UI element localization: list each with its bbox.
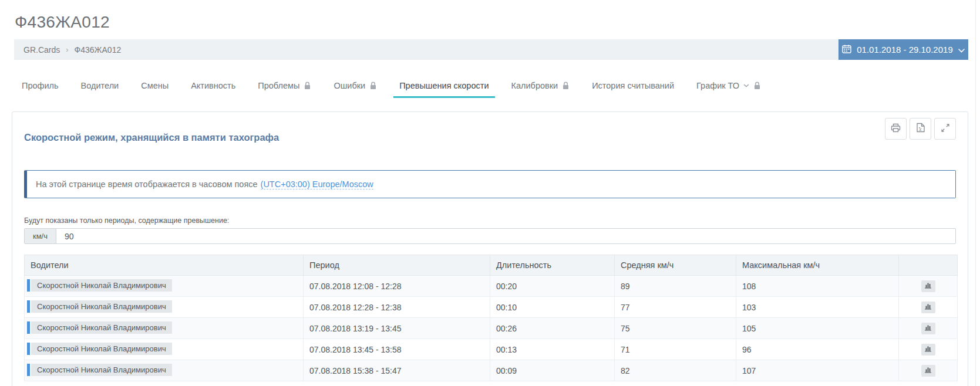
column-header: Водители bbox=[25, 255, 304, 276]
tab-label: График ТО bbox=[696, 81, 739, 90]
tab-activity[interactable]: Активность bbox=[185, 76, 241, 98]
tab-shifts[interactable]: Смены bbox=[135, 76, 174, 98]
driver-cell: Скоростной Николай Владимирович bbox=[25, 276, 304, 297]
table-header-row: ВодителиПериодДлительностьСредняя км/чМа… bbox=[25, 255, 958, 276]
tab-label: История считываний bbox=[592, 81, 674, 90]
period-cell: 07.08.2018 12:08 - 12:28 bbox=[304, 276, 490, 297]
bar-chart-icon bbox=[924, 324, 932, 333]
driver-color-bar bbox=[27, 343, 30, 355]
chart-button[interactable] bbox=[921, 344, 935, 355]
max-speed-cell: 107 bbox=[736, 360, 899, 381]
driver-cell: Скоростной Николай Владимирович bbox=[25, 339, 304, 360]
avg-speed-cell: 82 bbox=[615, 360, 736, 381]
date-range-button[interactable]: 01.01.2018 - 29.10.2019 bbox=[838, 39, 968, 60]
timezone-notice: На этой странице время отображается в ча… bbox=[24, 170, 956, 198]
avg-speed-cell: 75 bbox=[615, 318, 736, 339]
driver-cell: Скоростной Николай Владимирович bbox=[25, 318, 304, 339]
driver-color-bar bbox=[27, 300, 30, 313]
driver-color-bar bbox=[27, 321, 30, 334]
panel-title: Скоростной режим, хранящийся в памяти та… bbox=[24, 132, 279, 143]
period-cell: 07.08.2018 12:28 - 12:38 bbox=[304, 297, 490, 318]
driver-chip: Скоростной Николай Владимирович bbox=[27, 364, 172, 376]
bar-chart-icon bbox=[924, 366, 932, 375]
speed-report-panel: Скоростной режим, хранящийся в памяти та… bbox=[12, 111, 968, 386]
tab-label: Превышения скорости bbox=[399, 81, 489, 90]
duration-cell: 00:13 bbox=[490, 339, 615, 360]
tab-label: Смены bbox=[141, 81, 169, 90]
tab-read-history[interactable]: История считываний bbox=[586, 76, 680, 98]
print-button[interactable] bbox=[885, 118, 907, 140]
driver-name: Скоростной Николай Владимирович bbox=[31, 321, 172, 334]
tab-maintenance-schedule[interactable]: График ТО bbox=[691, 76, 767, 98]
threshold-unit-label: км/ч bbox=[25, 229, 56, 243]
calendar-icon bbox=[842, 45, 851, 55]
violations-table: ВодителиПериодДлительностьСредняя км/чМа… bbox=[24, 255, 958, 381]
max-speed-cell: 108 bbox=[736, 276, 899, 297]
column-header bbox=[899, 255, 958, 276]
tab-label: Ошибки bbox=[334, 81, 365, 90]
max-speed-cell: 103 bbox=[736, 297, 899, 318]
max-speed-cell: 96 bbox=[736, 339, 899, 360]
table-row: Скоростной Николай Владимирович07.08.201… bbox=[25, 360, 958, 381]
driver-chip: Скоростной Николай Владимирович bbox=[27, 300, 172, 313]
chart-cell bbox=[899, 360, 958, 381]
excel-export-button[interactable]: x bbox=[910, 118, 931, 140]
page-edge-divider bbox=[975, 0, 976, 386]
duration-cell: 00:09 bbox=[490, 360, 615, 381]
column-header: Средняя км/ч bbox=[615, 255, 736, 276]
breadcrumb-separator: › bbox=[66, 45, 68, 54]
threshold-filter-label: Будут показаны только периоды, содержащи… bbox=[24, 216, 956, 225]
table-body: Скоростной Николай Владимирович07.08.201… bbox=[25, 276, 958, 381]
chart-cell bbox=[899, 297, 958, 318]
expand-icon bbox=[941, 124, 949, 134]
driver-name: Скоростной Николай Владимирович bbox=[31, 364, 172, 376]
driver-name: Скоростной Николай Владимирович bbox=[31, 343, 172, 355]
bar-chart-icon bbox=[924, 303, 932, 311]
bar-chart-icon bbox=[924, 345, 932, 354]
driver-color-bar bbox=[27, 364, 30, 376]
duration-cell: 00:10 bbox=[490, 297, 615, 318]
print-icon bbox=[891, 123, 901, 135]
table-row: Скоростной Николай Владимирович07.08.201… bbox=[25, 339, 958, 360]
driver-chip: Скоростной Николай Владимирович bbox=[27, 279, 172, 292]
date-range-label: 01.01.2018 - 29.10.2019 bbox=[857, 45, 952, 55]
breadcrumb-row: GR.Cards › Ф436ЖА012 01.01.2018 - 29.10.… bbox=[14, 39, 968, 60]
avg-speed-cell: 89 bbox=[615, 276, 736, 297]
tab-errors[interactable]: Ошибки bbox=[328, 76, 383, 98]
timezone-link[interactable]: (UTC+03:00) Europe/Moscow bbox=[261, 180, 373, 189]
tab-label: Профиль bbox=[22, 81, 59, 90]
tab-label: Калибровки bbox=[511, 81, 558, 90]
lock-icon bbox=[369, 82, 377, 90]
page-title: Ф436ЖА012 bbox=[15, 13, 980, 32]
breadcrumb-item-current: Ф436ЖА012 bbox=[75, 45, 122, 55]
period-cell: 07.08.2018 13:19 - 13:45 bbox=[304, 318, 490, 339]
max-speed-cell: 105 bbox=[736, 318, 899, 339]
threshold-input[interactable] bbox=[56, 229, 955, 243]
chart-button[interactable] bbox=[921, 365, 935, 377]
driver-name: Скоростной Николай Владимирович bbox=[31, 279, 172, 292]
period-cell: 07.08.2018 15:38 - 15:47 bbox=[304, 360, 490, 381]
chart-button[interactable] bbox=[921, 323, 935, 334]
breadcrumb-item-root[interactable]: GR.Cards bbox=[23, 45, 60, 55]
chart-button[interactable] bbox=[921, 280, 935, 292]
chart-cell bbox=[899, 318, 958, 339]
tab-profile[interactable]: Профиль bbox=[16, 76, 65, 98]
driver-chip: Скоростной Николай Владимирович bbox=[27, 343, 172, 355]
avg-speed-cell: 77 bbox=[615, 297, 736, 318]
excel-file-icon: x bbox=[917, 123, 925, 135]
tab-problems[interactable]: Проблемы bbox=[252, 76, 317, 98]
tab-drivers[interactable]: Водители bbox=[75, 76, 125, 98]
expand-button[interactable] bbox=[934, 118, 956, 140]
threshold-input-group: км/ч bbox=[24, 228, 956, 244]
timezone-notice-text: На этой странице время отображается в ча… bbox=[36, 180, 258, 189]
breadcrumb: GR.Cards › Ф436ЖА012 bbox=[14, 39, 838, 60]
tab-speeding[interactable]: Превышения скорости bbox=[393, 76, 494, 98]
tab-calibrations[interactable]: Калибровки bbox=[506, 76, 576, 98]
tab-bar: ПрофильВодителиСменыАктивностьПроблемыОш… bbox=[0, 76, 980, 98]
chart-button[interactable] bbox=[921, 302, 935, 313]
column-header: Период bbox=[304, 255, 490, 276]
chevron-down-icon bbox=[958, 45, 965, 55]
svg-text:x: x bbox=[918, 127, 922, 132]
bar-chart-icon bbox=[924, 282, 932, 290]
period-cell: 07.08.2018 13:45 - 13:58 bbox=[304, 339, 490, 360]
